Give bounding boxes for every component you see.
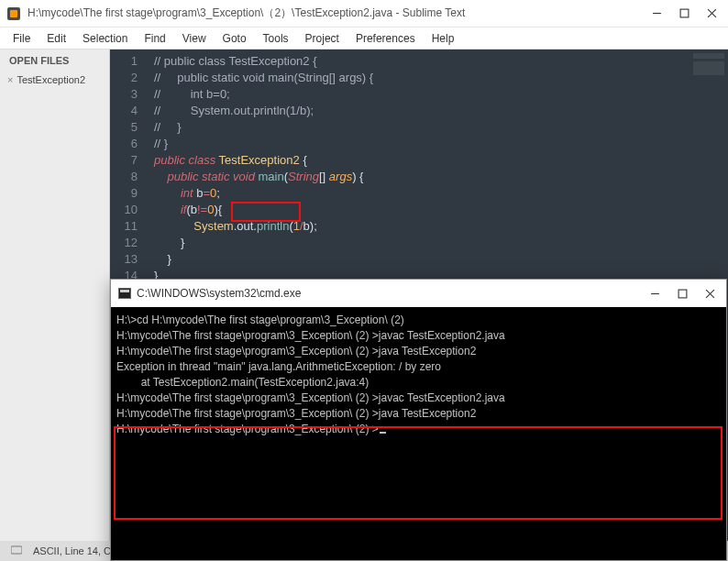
menu-find[interactable]: Find	[137, 30, 172, 47]
status-icon	[11, 545, 22, 555]
menu-edit[interactable]: Edit	[39, 30, 73, 47]
svg-rect-4	[11, 546, 22, 554]
menu-selection[interactable]: Selection	[75, 30, 135, 47]
close-file-icon[interactable]: ×	[7, 74, 13, 85]
menu-view[interactable]: View	[175, 30, 214, 47]
code-content[interactable]: // public class TestException2 {// publi…	[154, 53, 706, 284]
cmd-titlebar[interactable]: C:\WINDOWS\system32\cmd.exe	[111, 280, 726, 307]
highlight-box-code	[231, 202, 301, 222]
menu-tools[interactable]: Tools	[256, 30, 296, 47]
cmd-window-controls	[649, 288, 715, 299]
menu-preferences[interactable]: Preferences	[348, 30, 423, 47]
menu-help[interactable]: Help	[425, 30, 462, 47]
cmd-window: C:\WINDOWS\system32\cmd.exe H:\>cd H:\my…	[110, 279, 727, 561]
window-controls	[651, 8, 717, 19]
menu-file[interactable]: File	[6, 30, 38, 47]
cmd-close-button[interactable]	[704, 288, 715, 299]
close-button[interactable]	[706, 8, 717, 19]
menu-goto[interactable]: Goto	[215, 30, 254, 47]
status-info	[11, 545, 22, 556]
cmd-title: C:\WINDOWS\system32\cmd.exe	[137, 287, 649, 300]
sublime-app-icon	[7, 7, 20, 20]
sublime-menubar: FileEditSelectionFindViewGotoToolsProjec…	[0, 28, 728, 50]
sublime-sidebar: OPEN FILES × TestException2	[0, 50, 110, 541]
menu-project[interactable]: Project	[298, 30, 347, 47]
highlight-box-cmd	[114, 426, 722, 520]
maximize-button[interactable]	[678, 8, 689, 19]
cmd-icon	[118, 288, 131, 299]
sublime-titlebar[interactable]: H:\mycode\The first stage\program\3_Exce…	[0, 0, 728, 28]
line-gutter: 1234567891011121314	[110, 50, 147, 284]
open-file-name: TestException2	[17, 74, 85, 85]
cmd-minimize-button[interactable]	[649, 288, 660, 299]
open-file-item[interactable]: × TestException2	[0, 72, 109, 88]
minimize-button[interactable]	[651, 8, 662, 19]
minimap[interactable]	[693, 53, 724, 108]
svg-rect-6	[678, 290, 687, 298]
sublime-title: H:\mycode\The first stage\program\3_Exce…	[28, 6, 651, 21]
status-text: ASCII, Line 14, Col	[33, 545, 119, 556]
open-files-header: OPEN FILES	[0, 50, 109, 72]
cmd-maximize-button[interactable]	[677, 288, 688, 299]
svg-rect-1	[680, 9, 689, 17]
